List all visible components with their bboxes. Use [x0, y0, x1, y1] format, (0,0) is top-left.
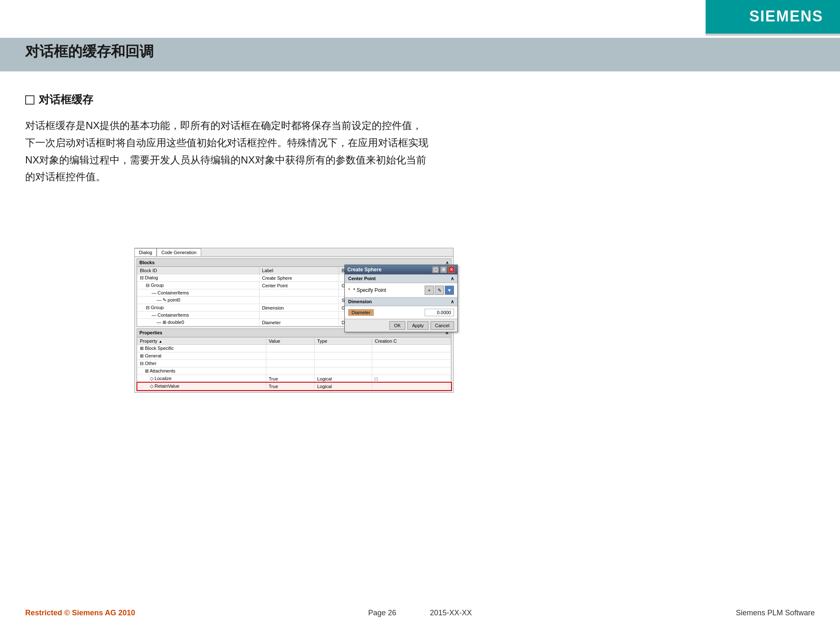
prop-type-retain: Logical: [315, 383, 372, 390]
prop-type-localize: Logical: [315, 375, 372, 383]
cs-close-btn[interactable]: ✕: [448, 266, 455, 273]
block-id-container2: — ContainerItems: [137, 312, 260, 319]
prop-val-bs: [266, 345, 314, 352]
header-line: [706, 34, 840, 36]
col-value: Value: [266, 338, 314, 345]
block-label-container2: [259, 312, 339, 319]
cs-dimension-arrow: ∧: [451, 299, 454, 304]
cs-dimension-header: Dimension ∧: [345, 297, 457, 306]
prop-attachments: ⊞ Attachments: [137, 368, 266, 375]
body-line-2: 下一次启动对话框时将自动应用这些值初始化对话框控件。特殊情况下，在应用对话框实现: [25, 134, 815, 152]
checkbox-icon: [25, 95, 34, 105]
prop-cc-att: [372, 368, 451, 375]
cs-diameter-label: Diameter: [348, 309, 374, 316]
block-id-group1: ⊟ Group: [137, 282, 260, 289]
col-creation: Creation C: [372, 338, 451, 345]
footer-copyright: Restricted © Siemens AG 2010: [25, 609, 135, 617]
tab-dialog[interactable]: Dialog: [135, 248, 157, 256]
table-row-highlighted[interactable]: ◇ RetainValue True Logical: [137, 383, 451, 390]
properties-label: Properties: [139, 330, 162, 336]
prop-val-other: [266, 360, 314, 368]
prop-type-bs: [315, 345, 372, 352]
cs-dimension-label: Dimension: [348, 299, 372, 304]
blocks-label: Blocks: [139, 260, 155, 265]
block-id-point0: — ✎ point0: [137, 297, 260, 304]
properties-table: Property ▲ Value Type Creation C ⊞ Block…: [137, 337, 451, 390]
block-id-double0: — ⊞ double0: [137, 319, 260, 326]
cs-footer: OK Apply Cancel: [345, 319, 457, 332]
blocks-arrow: ∧: [446, 260, 449, 265]
prop-cc-bs: [372, 345, 451, 352]
col-label: Label: [259, 267, 339, 274]
cs-cancel-button[interactable]: Cancel: [430, 321, 454, 330]
body-line-3: NX对象的编辑过程中，需要开发人员从待编辑的NX对象中获得所有的参数值来初始化当…: [25, 152, 815, 169]
prop-retain-value: ◇ RetainValue: [137, 383, 266, 390]
prop-cc-retain: [372, 383, 451, 390]
properties-section: Properties ∧ Property ▲ Value Type Creat…: [136, 328, 452, 391]
dialog-tabs: Dialog Code Generation: [135, 248, 453, 257]
section-heading-text: 对话框缓存: [39, 92, 93, 107]
cs-required-star: *: [348, 287, 350, 293]
table-row[interactable]: ⊟ Other: [137, 360, 451, 368]
block-label-point0: [259, 297, 339, 304]
content-area: 对话框缓存 对话框缓存是NX提供的基本功能，即所有的对话框在确定时都将保存当前设…: [25, 92, 815, 202]
block-label-center-point: Center Point: [259, 282, 339, 289]
col-type: Type: [315, 338, 372, 345]
footer-page: Page 26: [368, 609, 396, 617]
cs-titlebar: Create Sphere ◯ ⚙ ✕: [345, 265, 457, 274]
prop-cc-gen: [372, 352, 451, 360]
cs-diameter-row: Diameter: [348, 309, 454, 316]
table-row[interactable]: ⊞ Block Specific: [137, 345, 451, 352]
table-row[interactable]: ◇ Localize True Logical □: [137, 375, 451, 383]
body-line-1: 对话框缓存是NX提供的基本功能，即所有的对话框在确定时都将保存当前设定的控件值，: [25, 117, 815, 134]
cs-ok-button[interactable]: OK: [389, 321, 405, 330]
prop-cc-localize: □: [372, 375, 451, 383]
block-label-create-sphere: Create Sphere: [259, 274, 339, 282]
tab-code-generation[interactable]: Code Generation: [157, 248, 201, 256]
cs-title: Create Sphere: [347, 267, 381, 273]
prop-cc-other: [372, 360, 451, 368]
footer-date: 2015-XX-XX: [430, 609, 472, 617]
table-row[interactable]: ⊞ General: [137, 352, 451, 360]
cs-point-buttons: + ✎ ▼: [425, 286, 454, 295]
cs-dimension-content: Diameter: [345, 306, 457, 319]
prop-type-att: [315, 368, 372, 375]
cs-titlebar-buttons: ◯ ⚙ ✕: [432, 266, 455, 273]
cs-center-point-label: Center Point: [348, 276, 375, 281]
section-heading: 对话框缓存: [25, 92, 815, 107]
cs-specify-point-label: * * Specify Point: [348, 287, 386, 293]
cs-specify-point-text: * Specify Point: [353, 287, 386, 293]
cs-edit-btn[interactable]: ✎: [435, 286, 444, 295]
block-id-container1: — ContainerItems: [137, 289, 260, 297]
col-property: Property ▲: [137, 338, 266, 345]
cs-arrow-btn[interactable]: ▼: [445, 286, 454, 295]
block-label-diameter: Diameter: [259, 319, 339, 326]
cs-center-point-arrow: ∧: [451, 276, 454, 281]
prop-general: ⊞ General: [137, 352, 266, 360]
cs-plus-btn[interactable]: +: [425, 286, 434, 295]
prop-val-retain: True: [266, 383, 314, 390]
body-line-4: 的对话框控件值。: [25, 168, 815, 186]
body-text: 对话框缓存是NX提供的基本功能，即所有的对话框在确定时都将保存当前设定的控件值，…: [25, 117, 815, 186]
prop-val-att: [266, 368, 314, 375]
cs-settings-btn[interactable]: ⚙: [440, 266, 447, 273]
page-title: 对话框的缓存和回调: [25, 42, 154, 61]
footer-company: Siemens PLM Software: [736, 609, 815, 617]
siemens-logo: SIEMENS: [749, 8, 823, 25]
cs-center-point-header: Center Point ∧: [345, 274, 457, 283]
prop-type-gen: [315, 352, 372, 360]
cs-minimize-btn[interactable]: ◯: [432, 266, 439, 273]
footer: Restricted © Siemens AG 2010 Page 26 201…: [25, 609, 815, 617]
table-row[interactable]: ⊞ Attachments: [137, 368, 451, 375]
block-label-container1: [259, 289, 339, 297]
prop-val-gen: [266, 352, 314, 360]
col-block-id: Block ID: [137, 267, 260, 274]
prop-other: ⊟ Other: [137, 360, 266, 368]
prop-type-other: [315, 360, 372, 368]
prop-localize: ◇ Localize: [137, 375, 266, 383]
block-label-dimension: Dimension: [259, 304, 339, 312]
cs-apply-button[interactable]: Apply: [407, 321, 428, 330]
block-id-dialog: ⊟ Dialog: [137, 274, 260, 282]
block-id-group2: ⊟ Group: [137, 304, 260, 312]
cs-diameter-input[interactable]: [425, 309, 454, 316]
